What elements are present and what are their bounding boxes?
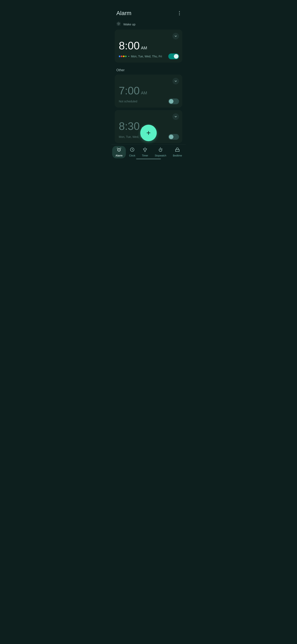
alarm-expand-button-2[interactable] [172,78,179,84]
svg-line-5 [117,22,118,23]
alarm-expand-button[interactable] [172,33,179,40]
alarm-time-digits[interactable]: 8:00 [119,40,140,51]
google-dot-yellow [123,56,125,57]
alarm-time-digits-2[interactable]: 7:00 [119,85,140,96]
svg-line-10 [117,148,118,148]
nav-label-stopwatch: Stopwatch [155,154,166,157]
nav-label-alarm: Alarm [115,154,122,157]
svg-line-7 [117,25,118,25]
google-dot-green [125,56,127,57]
nav-item-stopwatch[interactable]: Stopwatch [151,146,170,158]
toggle-thumb [174,54,178,58]
svg-rect-18 [176,150,179,151]
toggle-thumb-2 [169,99,173,104]
nav-item-clock[interactable]: Clock [126,146,139,158]
section-other: Other [115,65,182,74]
alarm-nav-icon [117,147,121,153]
alarm-footer: • Mon, Tue, Wed, Thu, Fri [119,54,179,59]
alarm-schedule-text: Mon, Tue, Wed, Thu, Fri [131,55,162,58]
alarm-schedule-text-2: Not scheduled [119,100,137,103]
alarm-schedule-dot: • [128,55,129,58]
more-options-button[interactable] [178,10,181,16]
section-wakeup: Wake up [115,20,182,30]
alarm-card-header [119,33,179,40]
alarm-time-period-2: AM [141,90,147,95]
nav-item-timer[interactable]: Timer [139,146,151,158]
svg-marker-14 [143,149,147,152]
alarm-time-period: AM [141,46,147,50]
toggle-thumb-3 [169,134,173,139]
google-dot-red [121,56,122,57]
alarm-card-wakeup: 8:00 AM • Mon, Tue, Wed, Thu, Fri [115,30,182,62]
alarm-time-display-2[interactable]: 7:00 AM [119,85,179,96]
alarm-toggle-2[interactable] [168,98,179,104]
alarm-schedule-2: Not scheduled [119,100,137,103]
menu-dot [179,13,180,14]
svg-line-17 [162,148,162,149]
section-other-label: Other [116,68,125,72]
add-alarm-button[interactable]: + [140,125,157,141]
svg-line-8 [120,22,120,23]
svg-point-0 [118,23,119,24]
alarm-card-header-3 [119,113,179,120]
sun-icon [116,22,121,27]
alarm-card-700: 7:00 AM Not scheduled [115,74,182,108]
alarm-footer-2: Not scheduled [119,98,179,104]
stopwatch-nav-icon [158,147,163,153]
alarm-toggle-3[interactable] [168,134,179,140]
menu-dot [179,14,180,15]
alarm-time-digits-3[interactable]: 8:30 [119,121,140,132]
alarm-card-header-2 [119,78,179,84]
bedtime-nav-icon [175,147,180,153]
menu-dot [179,11,180,12]
section-wakeup-label: Wake up [123,22,135,26]
nav-item-alarm[interactable]: Alarm [112,146,126,158]
nav-label-timer: Timer [142,154,148,157]
nav-label-clock: Clock [129,154,135,157]
alarm-expand-button-3[interactable] [172,113,179,120]
add-alarm-icon: + [146,129,151,137]
alarm-schedule: • Mon, Tue, Wed, Thu, Fri [119,55,162,58]
svg-line-6 [120,25,120,25]
alarm-time-display[interactable]: 8:00 AM [119,40,179,51]
clock-nav-icon [130,147,135,153]
google-dot-blue [119,56,120,57]
timer-nav-icon [143,147,147,153]
nav-label-bedtime: Bedtime [173,154,182,157]
nav-item-bedtime[interactable]: Bedtime [170,146,185,158]
app-header: Alarm [111,0,186,20]
page-title: Alarm [116,10,131,16]
alarm-toggle[interactable] [168,54,179,59]
google-assistant-dots [119,56,127,57]
home-indicator [136,158,161,159]
svg-line-11 [120,148,121,148]
